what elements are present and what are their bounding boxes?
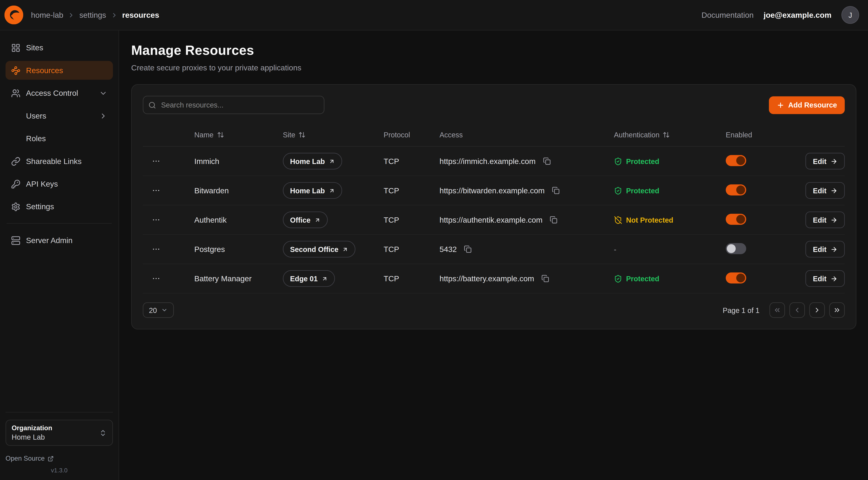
chevrons-up-down-icon [99,429,107,437]
protocol: TCP [383,274,439,283]
documentation-link[interactable]: Documentation [702,10,754,19]
last-page-button[interactable] [829,302,845,318]
gear-icon [11,202,21,211]
key-icon [11,179,21,189]
organization-value: Home Lab [11,433,52,441]
chevron-right-icon [813,306,821,314]
shield-check-icon [614,186,622,194]
sidebar-item-shareable-links[interactable]: Shareable Links [6,152,113,171]
first-page-button[interactable] [769,302,785,318]
row-menu-button[interactable] [150,272,163,285]
header-name[interactable]: Name [194,130,283,139]
edit-button-label: Edit [813,186,826,194]
page-size-select[interactable]: 20 [143,302,174,318]
site-name: Second Office [290,245,338,253]
sidebar-item-roles[interactable]: Roles [6,129,113,148]
site-link[interactable]: Home Lab [283,182,342,199]
access-url: https://battery.example.com [439,274,534,283]
edit-button[interactable]: Edit [806,270,845,287]
site-link[interactable]: Second Office [283,241,355,258]
edit-button[interactable]: Edit [806,241,845,258]
chevron-down-icon [99,89,107,97]
search-input[interactable] [143,96,324,114]
site-link[interactable]: Office [283,212,328,228]
copy-icon[interactable] [548,214,559,226]
auth-status: Not Protected [614,216,726,224]
auth-status: Protected [614,186,726,194]
open-source-link[interactable]: Open Source [6,455,113,462]
row-menu-button[interactable] [150,213,163,227]
table-header: Name Site Protocol Access Authentication… [143,123,845,147]
access-url: https://immich.example.com [439,157,536,166]
edit-button[interactable]: Edit [806,212,845,228]
grid-icon [11,43,21,52]
arrow-up-right-icon [329,187,335,194]
header-site[interactable]: Site [283,130,383,139]
sidebar-item-access-control[interactable]: Access Control [6,84,113,102]
enabled-toggle[interactable] [726,155,746,166]
sidebar-item-label: Settings [26,202,54,211]
sidebar-item-label: Sites [26,43,43,52]
sidebar-item-settings[interactable]: Settings [6,197,113,216]
row-menu-button[interactable] [150,184,163,197]
edit-button-label: Edit [813,245,826,253]
site-link[interactable]: Edge 01 [283,270,335,287]
enabled-toggle[interactable] [726,243,746,254]
ellipsis-icon [152,215,160,224]
copy-icon[interactable] [540,273,551,284]
arrow-right-icon [830,246,838,253]
pagination-bar: 20 Page 1 of 1 [143,302,845,318]
sidebar-item-resources[interactable]: Resources [6,61,113,80]
server-icon [11,236,21,245]
add-resource-button[interactable]: Add Resource [769,96,845,114]
arrow-up-right-icon [342,246,348,252]
enabled-toggle[interactable] [726,272,746,283]
protocol: TCP [383,245,439,253]
breadcrumb-settings[interactable]: settings [80,10,106,19]
user-email[interactable]: joe@example.com [764,10,832,19]
app-window: home-lab settings resources Documentatio… [0,0,868,480]
ellipsis-icon [152,274,160,283]
enabled-toggle[interactable] [726,213,746,224]
prev-page-button[interactable] [789,302,805,318]
avatar[interactable]: J [841,6,859,24]
copy-icon[interactable] [550,185,561,196]
enabled-toggle[interactable] [726,184,746,195]
edit-button-label: Edit [813,216,826,224]
sidebar-item-server-admin[interactable]: Server Admin [6,231,113,250]
row-menu-button[interactable] [150,243,163,256]
next-page-button[interactable] [809,302,825,318]
access-url: https://authentik.example.com [439,215,542,224]
sidebar-item-label: Access Control [26,89,78,97]
sidebar-item-sites[interactable]: Sites [6,38,113,57]
edit-button[interactable]: Edit [806,182,845,199]
copy-icon[interactable] [462,244,473,254]
arrow-up-right-icon [321,275,328,281]
resource-name: Bitwarden [194,186,283,195]
sort-icon [663,131,670,138]
row-menu-button[interactable] [150,155,163,168]
site-link[interactable]: Home Lab [283,153,342,170]
protocol: TCP [383,215,439,224]
sidebar-item-users[interactable]: Users [6,106,113,125]
table-body: Immich Home Lab TCP https://immich.examp… [143,147,845,294]
ellipsis-icon [152,186,160,195]
page-subtitle: Create secure proxies to your private ap… [131,63,857,72]
header-authentication[interactable]: Authentication [614,130,726,139]
auth-status-label: Not Protected [626,216,673,224]
sidebar-divider [7,223,112,224]
app-logo-icon[interactable] [4,6,23,24]
copy-icon[interactable] [541,156,552,167]
sidebar: Sites Resources Access Control Users Rol… [0,30,119,480]
auth-status-label: Protected [626,274,659,283]
version-label: v1.3.0 [6,467,113,474]
site-name: Home Lab [290,186,325,194]
arrow-up-right-icon [314,217,320,223]
breadcrumb-org[interactable]: home-lab [31,10,63,19]
edit-button[interactable]: Edit [806,153,845,170]
sidebar-item-api-keys[interactable]: API Keys [6,175,113,193]
sidebar-item-label: Shareable Links [26,157,82,166]
chevron-down-icon [161,307,168,313]
organization-selector[interactable]: Organization Home Lab [6,420,113,446]
table-row: Immich Home Lab TCP https://immich.examp… [143,147,845,176]
